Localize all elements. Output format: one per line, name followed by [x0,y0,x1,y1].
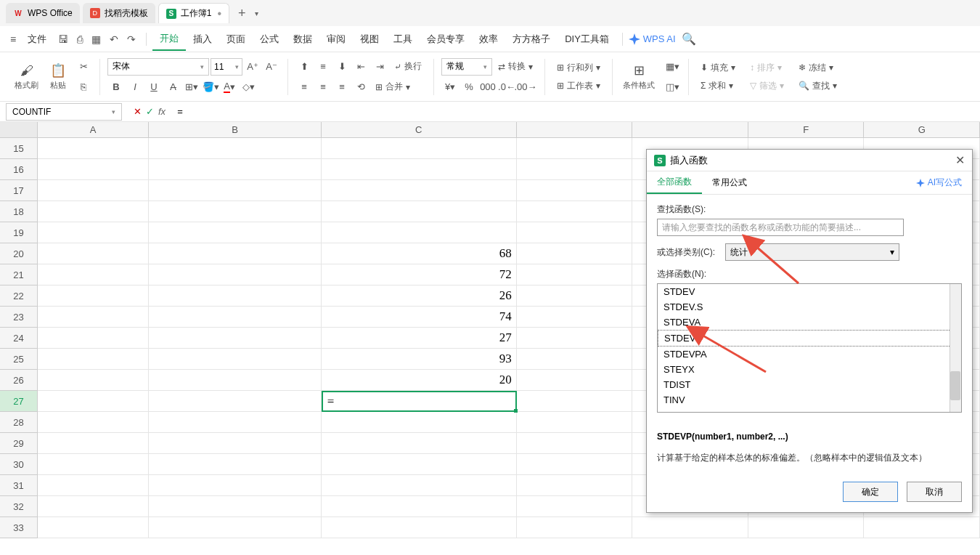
cell[interactable] [38,222,150,243]
undo-icon[interactable]: ↶ [105,31,123,48]
cell[interactable] [149,454,321,475]
cell[interactable] [517,328,633,349]
formula-confirm-button[interactable]: ✓ [146,106,154,117]
function-list-item[interactable]: STEYX [658,362,961,377]
cell[interactable] [38,370,150,391]
row-header[interactable]: 16 [0,159,38,180]
select-all-corner[interactable] [0,122,38,137]
cell[interactable] [322,433,517,454]
row-header[interactable]: 22 [0,285,38,307]
row-header[interactable]: 27 [0,391,38,412]
ok-button[interactable]: 确定 [843,482,898,502]
menu-diy[interactable]: DIY工具箱 [558,28,616,50]
cell[interactable] [149,475,321,496]
indent-decrease-button[interactable]: ⇤ [352,58,369,76]
orientation-button[interactable]: ⟲ [352,78,369,96]
menu-insert[interactable]: 插入 [186,28,219,50]
row-header[interactable]: 28 [0,412,38,433]
cell[interactable]: 93 [322,349,517,370]
row-header[interactable]: 31 [0,475,38,496]
font-size-select[interactable]: 11▾ [211,58,242,76]
search-function-input[interactable] [657,219,904,236]
cell[interactable] [322,517,517,538]
cell[interactable] [149,201,321,222]
app-tab-wps[interactable]: W WPS Office [6,3,80,23]
cell[interactable] [517,433,633,454]
formula-input[interactable]: = [171,106,980,117]
category-select[interactable]: 统计 ▾ [725,243,899,261]
convert-button[interactable]: ⇄转换▾ [494,59,537,74]
cell[interactable] [322,496,517,517]
cell[interactable] [38,285,150,307]
function-list-item[interactable]: TINV [658,392,961,408]
col-header[interactable] [517,122,633,137]
cell[interactable] [517,222,633,243]
cell[interactable] [517,454,633,475]
menu-data[interactable]: 数据 [286,28,319,50]
cell[interactable] [322,180,517,201]
col-header-a[interactable]: A [38,122,150,137]
font-color-button[interactable]: A▾ [221,78,238,96]
cell[interactable] [38,475,150,496]
row-header[interactable]: 19 [0,222,38,243]
row-header[interactable]: 23 [0,307,38,328]
fill-button[interactable]: ⬇填充▾ [696,60,740,76]
sum-button[interactable]: Σ求和▾ [696,78,740,94]
cell[interactable] [149,285,321,307]
cell[interactable] [149,222,321,243]
cell[interactable] [517,517,633,538]
ai-write-formula-button[interactable]: AI写公式 [906,177,972,189]
cell[interactable] [149,138,321,159]
close-icon[interactable]: ✕ [955,153,965,167]
row-header[interactable]: 33 [0,517,38,538]
cell[interactable]: = [322,391,517,412]
dialog-titlebar[interactable]: S 插入函数 ✕ [647,150,972,171]
row-header[interactable]: 26 [0,370,38,391]
row-header[interactable]: 18 [0,201,38,222]
cell[interactable] [748,517,865,538]
cell[interactable] [38,159,150,180]
cell[interactable] [38,454,150,475]
cell[interactable] [517,475,633,496]
app-tab-template[interactable]: D 找稻壳模板 [83,3,155,23]
cell[interactable] [38,412,150,433]
cell[interactable] [517,159,633,180]
function-list-item[interactable]: STDEVA [658,315,961,330]
clear-format-button[interactable]: ◇▾ [240,78,257,96]
increase-decimal-button[interactable]: .00→ [517,78,534,96]
hamburger-icon[interactable]: ≡ [6,31,20,48]
menu-review[interactable]: 审阅 [319,28,353,50]
cell[interactable] [149,391,321,412]
function-list-item[interactable]: STDEV.S [658,299,961,315]
format-painter-button[interactable]: 🖌 格式刷 [9,60,44,94]
align-right-button[interactable]: ≡ [333,78,351,96]
find-button[interactable]: 🔍查找▾ [794,78,841,94]
preview-icon[interactable]: ▦ [87,31,105,48]
italic-button[interactable]: I [126,78,144,96]
col-header-c[interactable]: C [322,122,517,137]
cell[interactable] [517,285,633,307]
copy-button[interactable]: ⎘ [75,78,92,96]
align-left-button[interactable]: ≡ [295,78,313,96]
cell[interactable] [149,370,321,391]
filter-button[interactable]: ▽筛选▾ [746,78,788,94]
wrap-button[interactable]: ⤶换行 [390,59,426,74]
menu-efficiency[interactable]: 效率 [472,28,505,50]
cell[interactable] [517,391,633,412]
underline-button[interactable]: U [145,78,163,96]
cell[interactable] [322,138,517,159]
cell[interactable] [149,349,321,370]
function-list-item[interactable]: STDEVPA [658,347,961,362]
currency-button[interactable]: ¥▾ [441,78,459,96]
row-header[interactable]: 21 [0,264,38,285]
cell[interactable] [38,496,150,517]
align-center-button[interactable]: ≡ [314,78,332,96]
worksheet-button[interactable]: ⊞工作表▾ [552,78,605,94]
cell[interactable] [38,307,150,328]
print-icon[interactable]: ⎙ [73,31,87,48]
merge-button[interactable]: ⊞合并▾ [371,79,415,94]
function-list-item[interactable]: TDIST [658,377,961,392]
menu-home[interactable]: 开始 [152,28,186,51]
scroll-thumb[interactable] [950,371,960,400]
cell[interactable] [322,159,517,180]
